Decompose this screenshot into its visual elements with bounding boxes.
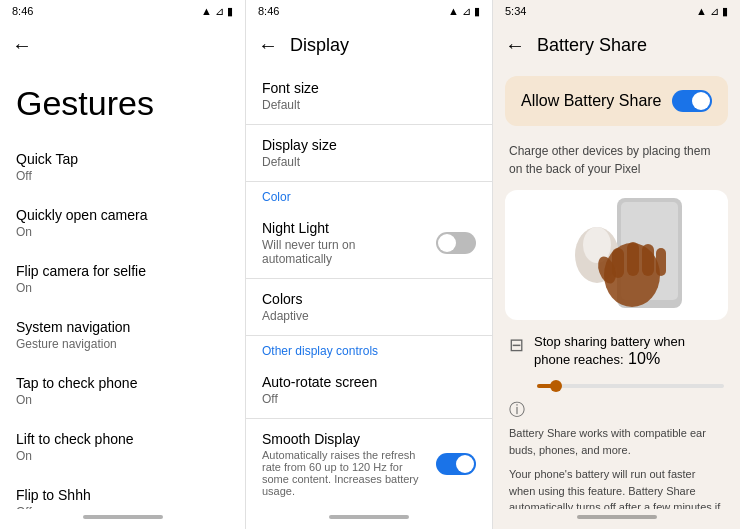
bottom-bar-display: [246, 509, 492, 529]
auto-rotate-sub: Off: [262, 392, 377, 406]
home-indicator-display: [329, 515, 409, 519]
gesture-open-camera-title: Quickly open camera: [16, 207, 229, 223]
display-size[interactable]: Display size Default: [246, 125, 492, 181]
color-section-header: Color: [246, 182, 492, 208]
status-bar-battery: 5:34 ▲ ⊿ ▮: [493, 0, 740, 22]
battery-info-section: ⓘ Battery Share works with compatible ea…: [493, 392, 740, 509]
gesture-open-camera[interactable]: Quickly open camera On: [16, 195, 229, 251]
smooth-display-sub: Automatically raises the refresh rate fr…: [262, 449, 424, 497]
stop-sharing-row: ⊟ Stop sharing battery when phone reache…: [493, 320, 740, 380]
night-light-title: Night Light: [262, 220, 424, 236]
other-controls-header: Other display controls: [246, 336, 492, 362]
signal-icon-battery: ⊿: [710, 5, 719, 18]
svg-rect-6: [627, 242, 639, 276]
stop-sharing-percent-value: 10%: [628, 350, 660, 367]
gesture-system-nav[interactable]: System navigation Gesture navigation: [16, 307, 229, 363]
wifi-icon-display: ▲: [448, 5, 459, 17]
wifi-icon-battery: ▲: [696, 5, 707, 17]
display-nav: ← Display: [246, 22, 492, 68]
gestures-title: Gestures: [16, 84, 229, 123]
battery-share-title: Battery Share: [537, 35, 647, 56]
stop-sharing-label: Stop sharing battery when phone reaches:: [534, 334, 685, 367]
font-size-sub: Default: [262, 98, 319, 112]
info-icon: ⓘ: [509, 400, 724, 421]
auto-rotate-item[interactable]: Auto-rotate screen Off: [246, 362, 492, 418]
battery-icon: ▮: [227, 5, 233, 18]
back-button-gestures[interactable]: ←: [12, 34, 32, 57]
bottom-bar-gestures: [0, 509, 245, 529]
allow-battery-toggle[interactable]: [672, 90, 712, 112]
smooth-display-toggle[interactable]: [436, 453, 476, 475]
battery-nav: ← Battery Share: [493, 22, 740, 68]
gesture-flip-shhh[interactable]: Flip to Shhh Off: [16, 475, 229, 509]
gesture-tap-check-sub: On: [16, 393, 229, 407]
status-bar-gestures: 8:46 ▲ ⊿ ▮: [0, 0, 245, 22]
display-list: Font size Default Display size Default C…: [246, 68, 492, 509]
display-title: Display: [290, 35, 349, 56]
gestures-nav: ←: [0, 22, 245, 68]
gesture-system-nav-title: System navigation: [16, 319, 229, 335]
gestures-header: Gestures: [0, 68, 245, 139]
gesture-quick-tap-title: Quick Tap: [16, 151, 229, 167]
allow-battery-label: Allow Battery Share: [521, 92, 662, 110]
night-light-toggle[interactable]: [436, 232, 476, 254]
gesture-tap-check[interactable]: Tap to check phone On: [16, 363, 229, 419]
night-light-item[interactable]: Night Light Will never turn on automatic…: [246, 208, 492, 278]
colors-item[interactable]: Colors Adaptive: [246, 279, 492, 335]
battery-slider-track: [537, 384, 724, 388]
battery-description: Charge other devices by placing them on …: [493, 134, 740, 190]
display-font-size[interactable]: Font size Default: [246, 68, 492, 124]
status-icons-battery: ▲ ⊿ ▮: [696, 5, 728, 18]
status-time-display: 8:46: [258, 5, 279, 17]
gesture-system-nav-sub: Gesture navigation: [16, 337, 229, 351]
battery-share-panel: 5:34 ▲ ⊿ ▮ ← Battery Share Allow Battery…: [493, 0, 740, 529]
svg-rect-7: [642, 244, 654, 276]
battery-slider-thumb[interactable]: [550, 380, 562, 392]
colors-sub: Adaptive: [262, 309, 309, 323]
gesture-quick-tap-sub: Off: [16, 169, 229, 183]
smooth-display-item[interactable]: Smooth Display Automatically raises the …: [246, 419, 492, 509]
auto-rotate-title: Auto-rotate screen: [262, 374, 377, 390]
battery-icon-battery: ▮: [722, 5, 728, 18]
battery-info-text-2: Your phone's battery will run out faster…: [509, 466, 724, 509]
gesture-flip-camera-sub: On: [16, 281, 229, 295]
signal-icon-display: ⊿: [462, 5, 471, 18]
gesture-lift-check-title: Lift to check phone: [16, 431, 229, 447]
display-size-sub: Default: [262, 155, 337, 169]
battery-illustration: [505, 190, 728, 320]
gesture-flip-camera[interactable]: Flip camera for selfie On: [16, 251, 229, 307]
font-size-title: Font size: [262, 80, 319, 96]
wifi-icon: ▲: [201, 5, 212, 17]
display-size-title: Display size: [262, 137, 337, 153]
battery-illustration-svg: [507, 190, 727, 320]
allow-battery-share-row[interactable]: Allow Battery Share: [505, 76, 728, 126]
stop-sharing-icon: ⊟: [509, 334, 524, 356]
back-button-display[interactable]: ←: [258, 34, 278, 57]
battery-icon-display: ▮: [474, 5, 480, 18]
back-button-battery[interactable]: ←: [505, 34, 525, 57]
gesture-open-camera-sub: On: [16, 225, 229, 239]
status-icons-gestures: ▲ ⊿ ▮: [201, 5, 233, 18]
home-indicator-battery: [577, 515, 657, 519]
smooth-display-title: Smooth Display: [262, 431, 424, 447]
gesture-flip-camera-title: Flip camera for selfie: [16, 263, 229, 279]
gesture-flip-shhh-title: Flip to Shhh: [16, 487, 229, 503]
status-time-battery: 5:34: [505, 5, 526, 17]
gesture-lift-check-sub: On: [16, 449, 229, 463]
bottom-bar-battery: [493, 509, 740, 529]
battery-share-content: Allow Battery Share Charge other devices…: [493, 68, 740, 509]
svg-rect-8: [656, 248, 666, 276]
gestures-list: Quick Tap Off Quickly open camera On Fli…: [0, 139, 245, 509]
status-time-gestures: 8:46: [12, 5, 33, 17]
battery-info-text-2-content: Your phone's battery will run out faster…: [509, 468, 720, 509]
gesture-quick-tap[interactable]: Quick Tap Off: [16, 139, 229, 195]
home-indicator-gestures: [83, 515, 163, 519]
status-bar-display: 8:46 ▲ ⊿ ▮: [246, 0, 492, 22]
night-light-sub: Will never turn on automatically: [262, 238, 424, 266]
signal-icon: ⊿: [215, 5, 224, 18]
gesture-tap-check-title: Tap to check phone: [16, 375, 229, 391]
colors-title: Colors: [262, 291, 309, 307]
gesture-lift-check[interactable]: Lift to check phone On: [16, 419, 229, 475]
status-icons-display: ▲ ⊿ ▮: [448, 5, 480, 18]
battery-info-text-1: Battery Share works with compatible ear …: [509, 425, 724, 458]
